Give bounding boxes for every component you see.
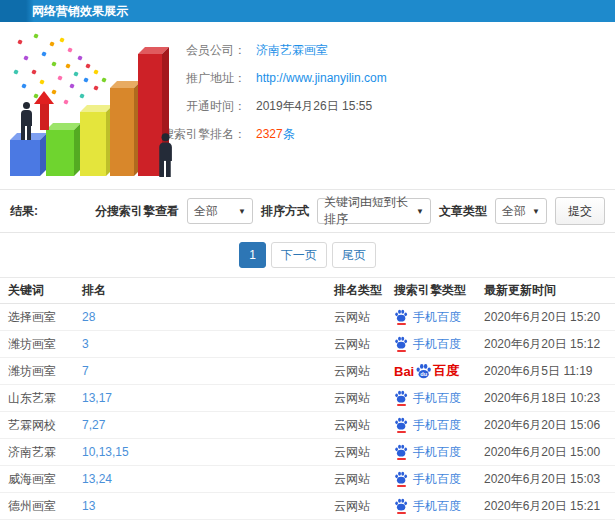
baidu-logo[interactable]: Bai du 百度 [394,362,459,380]
person-figure-right [156,133,174,177]
rank-count-unit: 条 [283,126,295,143]
mobile-baidu-badge[interactable]: 手机百度 [394,471,461,488]
rank-count-row: 搜索引擎排名： 2327 条 [150,120,615,148]
rank-value[interactable]: 7 [82,364,89,378]
pagination: 1 下一页 尾页 [0,233,615,277]
baidu-paw-icon: du [415,363,432,379]
table-row: 潍坊画室 3 云网站 手机百度 [0,331,615,358]
baidu-paw-icon [394,417,408,433]
header-keyword: 关键词 [0,278,80,304]
table-row: 艺霖网校 7,27 云网站 手机百度 [0,412,615,439]
filter-bar: 结果: 分搜索引擎查看 全部 ▼ 排序方式 关键词由短到长排序 ▼ 文章类型 全… [0,190,615,233]
header-updated-at: 最新更新时间 [482,278,615,304]
chart-bar-yellow [80,112,106,176]
header-engine-type: 搜索引擎类型 [392,278,482,304]
growth-chart-illustration [0,26,185,188]
table-row: 济南艺霖 10,13,15 云网站 手机百度 [0,439,615,466]
engine-label: 手机百度 [413,498,461,515]
engine-label: 手机百度 [413,444,461,461]
baidu-paw-icon [394,336,408,352]
header-rank: 排名 [80,278,332,304]
mobile-baidu-badge[interactable]: 手机百度 [394,444,461,461]
mobile-baidu-badge[interactable]: 手机百度 [394,336,461,353]
engine-label: 手机百度 [413,471,461,488]
baidu-paw-icon [394,309,408,325]
keyword-cell: 济南艺霖 [0,439,80,466]
sort-select[interactable]: 关键词由短到长排序 ▼ [317,198,431,224]
chevron-down-icon: ▼ [416,207,424,216]
article-type-select[interactable]: 全部 ▼ [495,198,547,224]
table-row: 选择画室 28 云网站 手机百度 [0,304,615,331]
page: 网络营销效果展示 会员公司： 济南艺霖画室 [0,0,615,520]
article-type-value: 全部 [502,203,526,220]
updated-cell: 2020年6月20日 15:00 [482,439,615,466]
rank-value[interactable]: 7,27 [82,418,105,432]
rank-type-cell: 云网站 [332,304,392,331]
table-header-row: 关键词 排名 排名类型 搜索引擎类型 最新更新时间 [0,278,615,304]
rank-value[interactable]: 10,13,15 [82,445,129,459]
keyword-cell: 艺霖网校 [0,412,80,439]
chart-bar-blue [10,140,40,176]
keyword-cell: 威海画室 [0,466,80,493]
updated-cell: 2020年6月20日 15:06 [482,412,615,439]
title-bar: 网络营销效果展示 [0,0,615,22]
updated-cell: 2020年6月5日 11:19 [482,358,615,385]
table-row: 山东艺霖 13,17 云网站 手机百度 [0,385,615,412]
sort-label: 排序方式 [261,203,309,220]
promo-url-link[interactable]: http://www.jinanyilin.com [256,71,387,85]
updated-cell: 2020年6月20日 15:03 [482,466,615,493]
baidu-logo-paw-text: du [420,371,427,377]
engine-cell: 手机百度 [392,412,482,439]
promo-url-row: 推广地址： http://www.jinanyilin.com [150,64,615,92]
sort-value: 关键词由短到长排序 [324,194,410,228]
person-figure-left [18,102,34,140]
keyword-cell: 潍坊画室 [0,358,80,385]
table-row: 潍坊画室 7 云网站 [0,358,615,385]
opened-time-row: 开通时间： 2019年4月26日 15:55 [150,92,615,120]
engine-cell: Bai du 百度 [392,358,482,385]
mobile-baidu-badge[interactable]: 手机百度 [394,498,461,515]
rank-value[interactable]: 13,24 [82,472,112,486]
chevron-down-icon: ▼ [532,207,540,216]
engine-cell: 手机百度 [392,466,482,493]
baidu-paw-icon [394,498,408,514]
mobile-baidu-badge[interactable]: 手机百度 [394,417,461,434]
rank-type-cell: 云网站 [332,439,392,466]
rank-value[interactable]: 13 [82,499,95,513]
rank-value[interactable]: 13,17 [82,391,112,405]
rank-type-cell: 云网站 [332,358,392,385]
submit-button[interactable]: 提交 [555,197,605,225]
company-link[interactable]: 济南艺霖画室 [256,42,328,59]
updated-cell: 2020年6月20日 15:21 [482,493,615,520]
engine-label: 手机百度 [413,336,461,353]
last-page-button[interactable]: 尾页 [332,242,376,268]
result-label: 结果: [10,203,38,220]
opened-time-value: 2019年4月26日 15:55 [256,98,372,115]
company-row: 会员公司： 济南艺霖画室 [150,36,615,64]
filter-group: 分搜索引擎查看 全部 ▼ 排序方式 关键词由短到长排序 ▼ 文章类型 全部 ▼ … [95,197,605,225]
chart-bar-orange [110,88,134,176]
rank-value[interactable]: 28 [82,310,95,324]
keyword-cell: 山东艺霖 [0,385,80,412]
table-row: 德州画室 13 云网站 手机百度 [0,493,615,520]
engine-cell: 手机百度 [392,493,482,520]
engine-cell: 手机百度 [392,439,482,466]
page-button-current[interactable]: 1 [239,242,266,268]
next-page-button[interactable]: 下一页 [271,242,327,268]
keyword-cell: 潍坊画室 [0,331,80,358]
engine-filter-value: 全部 [194,203,218,220]
chart-bar-green [46,130,74,176]
baidu-paw-icon [394,471,408,487]
engine-cell: 手机百度 [392,304,482,331]
rank-type-cell: 云网站 [332,385,392,412]
engine-filter-select[interactable]: 全部 ▼ [187,198,253,224]
rank-type-cell: 云网站 [332,412,392,439]
rank-value[interactable]: 3 [82,337,89,351]
baidu-logo-prefix: Bai [394,364,414,379]
rank-type-cell: 云网站 [332,331,392,358]
up-arrow-icon [34,91,54,130]
mobile-baidu-badge[interactable]: 手机百度 [394,309,461,326]
mobile-baidu-badge[interactable]: 手机百度 [394,390,461,407]
header-rank-type: 排名类型 [332,278,392,304]
updated-cell: 2020年6月20日 15:12 [482,331,615,358]
